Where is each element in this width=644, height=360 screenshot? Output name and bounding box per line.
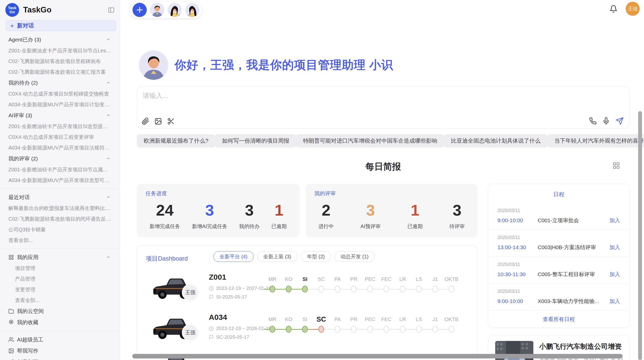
suggestion-chip[interactable]: 欧洲新规最近颁布了什么? <box>137 134 215 147</box>
suggestion-chip[interactable]: 比亚迪全固态电池计划具体说了什么 <box>444 134 547 147</box>
milestone-label: PR <box>346 275 362 283</box>
join-link[interactable]: 加入 <box>609 271 620 278</box>
divider <box>0 248 120 249</box>
section-my-todo[interactable]: 我的待办 (2) <box>0 77 120 88</box>
session-avatar-1[interactable] <box>150 3 164 17</box>
section-my-review[interactable]: 我的评审 (2) <box>0 153 120 164</box>
daily-briefing-title: 每日简报 <box>137 161 630 173</box>
milestone: KO <box>281 315 297 335</box>
milestone-track <box>281 283 297 295</box>
milestone-dot <box>384 286 389 293</box>
milestone: OKTB <box>443 275 460 295</box>
suggestion-chip[interactable]: 当下年轻人对汽车外观有怎样的喜好趋势 <box>547 134 644 147</box>
recent-chat-item[interactable]: C02-飞腾新能源轻客改款项目的闭环通告反馈情况 <box>0 214 120 224</box>
project-row[interactable]: 王强 Z001 2023-12-19 ~ 2027-01-19 SI-2025-… <box>137 272 477 312</box>
sidebar-item[interactable]: A034-全新新能源MUV产品开发项目法规符合性评审 <box>0 142 120 153</box>
horizontal-scrollbar[interactable] <box>132 354 623 358</box>
sidebar-item-label: 创意制图 <box>17 358 38 360</box>
chat-input[interactable] <box>143 91 621 114</box>
send-button[interactable] <box>616 117 624 125</box>
sidebar-item[interactable]: C02-飞腾新能源轻客改款项目立项汇报方案 <box>0 67 120 77</box>
event-row: 9:00-10:00 X003-车辆动力学性能验... 加入 <box>497 298 620 305</box>
sidebar-item[interactable]: C0X4-动力总成开发项目SI里程碑提交物检查 <box>0 88 120 99</box>
app-item-change-mgmt[interactable]: 变更管理 <box>0 284 120 295</box>
sidebar-item[interactable]: A034-全新新能源MUV产品开发项目造型可行性评审 <box>0 175 120 186</box>
milestone-track <box>378 283 394 295</box>
stat: 3 AI预评审 <box>360 202 380 230</box>
apps-view-all[interactable]: 查看全部... <box>0 295 120 306</box>
milestone-dot <box>335 326 340 333</box>
sidebar-item-creative-draw[interactable]: 创意制图 <box>0 356 120 360</box>
stat-label: 待评审 <box>449 223 465 230</box>
sidebar-item-help-write[interactable]: 帮我写作 <box>0 345 120 356</box>
milestone-track <box>264 324 281 335</box>
sidebar-collapse-button[interactable] <box>108 7 115 13</box>
filter-pill[interactable]: 年型 (2) <box>301 251 331 262</box>
milestone-dot <box>318 326 324 333</box>
milestone-dot <box>400 286 405 293</box>
user-avatar[interactable]: 王强 <box>626 2 640 16</box>
view-all-schedule-link[interactable]: 查看所有日程 <box>488 310 629 328</box>
session-avatar-2[interactable] <box>168 3 182 17</box>
attach-image-button[interactable] <box>154 117 162 125</box>
stat-label: AI预评审 <box>360 223 380 230</box>
section-title: 最近对话 <box>8 194 30 201</box>
sidebar-item[interactable]: Z001-全新燃油轻卡产品开发项目SI造型提交物评审 <box>0 121 120 132</box>
microphone-button[interactable] <box>602 117 610 125</box>
add-session-button[interactable] <box>133 3 147 17</box>
sidebar-item-favorites[interactable]: 我的收藏 <box>0 317 120 328</box>
milestone: SC <box>313 315 329 335</box>
stat-value: 1 <box>407 202 423 219</box>
app-item-project-mgmt[interactable]: 项目管理 <box>0 263 120 274</box>
new-chat-button[interactable]: + 新对话 <box>6 20 116 31</box>
suggestion-chip[interactable]: 特朗普可能对进口汽车增税会对中国车企造成哪些影响 <box>296 134 444 147</box>
sidebar-item-cloud-space[interactable]: 我的云空间 <box>0 306 120 317</box>
milestone: LS <box>411 315 427 335</box>
milestone-label: SC <box>313 275 329 283</box>
milestone-label: J1 <box>427 315 443 324</box>
join-link[interactable]: 加入 <box>609 298 620 305</box>
sidebar-item-my-apps[interactable]: 我的应用 <box>0 252 120 263</box>
project-row[interactable]: 王强 A034 2023-12-19 ~ 2026-01-19 SC-2025-… <box>137 312 477 353</box>
milestone-label: SC <box>313 315 329 324</box>
voice-call-button[interactable] <box>589 117 597 125</box>
app-item-label: 项目管理 <box>15 265 35 272</box>
section-recent-chats[interactable]: 最近对话 <box>0 192 120 203</box>
notifications-button[interactable] <box>609 5 618 13</box>
milestone-label: LS <box>411 315 427 324</box>
milestone-dot <box>367 326 373 333</box>
stat-label: 已逾期 <box>407 223 423 230</box>
milestone-label: LR <box>394 315 411 324</box>
recent-chat-item[interactable]: 公司Q3轻卡销量 <box>0 224 120 235</box>
milestone-track <box>394 324 411 335</box>
filter-pill[interactable]: 全新平台 (4) <box>213 251 254 262</box>
app-item-product-mgmt[interactable]: 产品管理 <box>0 274 120 284</box>
recent-chat-item[interactable]: 解释最新出台的欧盟报废车法规再生塑料比例被调至15%... <box>0 203 120 214</box>
recent-view-all[interactable]: 查看全部... <box>0 235 120 246</box>
sidebar-item-ai-employees[interactable]: AI超级员工 <box>0 334 120 345</box>
filter-pill[interactable]: 全新上装 (3) <box>257 251 297 262</box>
sidebar-item[interactable]: A034-全新新能源MUV产品开发项目计划变更表编写 <box>0 99 120 110</box>
milestone-dot <box>449 286 454 293</box>
session-avatar-3[interactable] <box>185 3 199 17</box>
milestone-dot <box>449 326 454 333</box>
attach-file-button[interactable] <box>142 117 149 125</box>
suggestion-chip[interactable]: 如何写一份清晰的项目周报 <box>215 134 296 147</box>
sidebar-item[interactable]: C02-飞腾新能源轻客改款项目里程碑画布 <box>0 56 120 67</box>
section-title: 我的评审 (2) <box>8 155 38 162</box>
vertical-scrollbar[interactable] <box>638 111 642 360</box>
milestone: PA <box>329 315 346 335</box>
sidebar-item[interactable]: Z001-全新燃油皮卡产品开发项目SI节点Lesson Learn报告 <box>0 45 120 56</box>
screenshot-button[interactable] <box>167 117 175 125</box>
briefing-layout-button[interactable] <box>612 162 620 169</box>
sidebar-item[interactable]: C0X4-动力总成开发项目工程变更评审 <box>0 132 120 142</box>
section-agent-done[interactable]: Agent已办 (3) <box>0 34 120 45</box>
join-link[interactable]: 加入 <box>609 244 620 251</box>
section-ai-review[interactable]: AI评审 (3) <box>0 110 120 121</box>
sidebar-item[interactable]: Z001-全新燃油轻卡产品开发项目SI节点属性5D文件评审 <box>0 164 120 175</box>
stat-label: 进行中 <box>318 223 334 230</box>
filter-pill[interactable]: 动总开发 (1) <box>334 251 375 262</box>
stat-value: 1 <box>271 202 287 219</box>
milestone-dot <box>432 326 438 333</box>
join-link[interactable]: 加入 <box>609 217 620 224</box>
